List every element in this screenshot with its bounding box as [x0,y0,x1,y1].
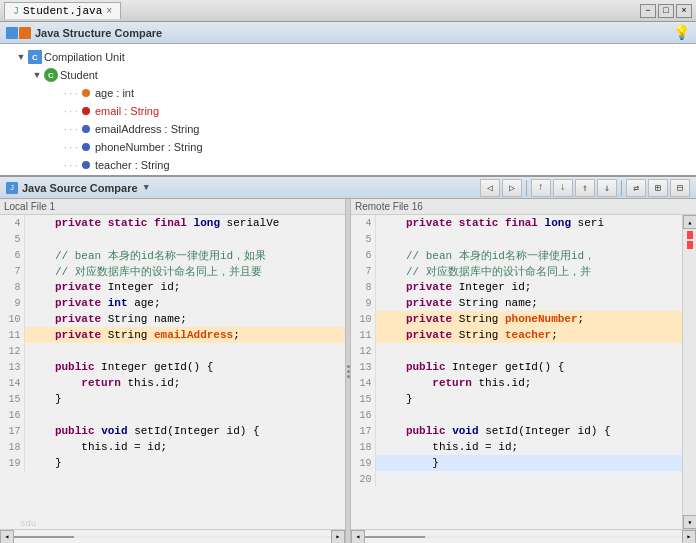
tree-item-compilation-unit[interactable]: ▼ C Compilation Unit [8,48,688,66]
table-row: 9 private String name; [351,295,682,311]
compilation-unit-label: Compilation Unit [44,51,125,63]
structure-tree[interactable]: ▼ C Compilation Unit ▼ C Student · · · a… [0,44,696,175]
table-row: 16 [0,407,345,423]
table-row: 6 // bean 本身的id名称一律使用id， [351,247,682,263]
line-content: private Integer id; [24,279,345,295]
table-row: 12 [351,343,682,359]
line-number: 11 [0,327,24,343]
table-row: 14 return this.id; [351,375,682,391]
hscroll-right-btn-r[interactable]: ▸ [682,530,696,544]
table-row: 9 private int age; [0,295,345,311]
expand-btn[interactable]: ⊞ [648,179,668,197]
copy-right-btn[interactable]: ▷ [502,179,522,197]
right-vscrollbar[interactable]: ▴ ▾ [682,215,696,529]
table-row: 17 public void setId(Integer id) { [0,423,345,439]
maximize-btn[interactable]: □ [658,4,674,18]
line-content: private String name; [24,311,345,327]
table-row: 4 private static final long seri [351,215,682,231]
line-number: 18 [351,439,375,455]
line-content: public Integer getId() { [375,359,682,375]
hscroll-track-r[interactable] [365,536,682,538]
collapse-btn[interactable]: ⊟ [670,179,690,197]
toolbar-sep-1 [526,180,527,196]
structure-panel: Java Structure Compare 💡 ▼ C Compilation… [0,22,696,177]
tree-item-teacher[interactable]: · · · teacher : String [8,156,688,174]
tree-item-student[interactable]: ▼ C Student [8,66,688,84]
email-label: email : String [95,105,159,117]
line-number: 5 [0,231,24,247]
copy-left-btn[interactable]: ◁ [480,179,500,197]
vscroll-track[interactable] [683,229,696,515]
splitter-dot [347,370,350,373]
close-btn[interactable]: × [676,4,692,18]
line-content: private String emailAddress; [24,327,345,343]
title-tab[interactable]: J Student.java × [4,2,121,19]
table-row: 7 // 对应数据库中的设计命名同上，并 [351,263,682,279]
table-row: 4 private static final long serialVe [0,215,345,231]
prev-diff-btn[interactable]: ↑ [531,179,551,197]
source-panel-title: Java Source Compare [22,182,138,194]
table-row: 15 } [351,391,682,407]
hscroll-thumb[interactable] [14,536,74,538]
compilation-unit-icon: C [28,50,42,64]
source-panel: J Java Source Compare ▼ ◁ ▷ ↑ ↓ ⇑ ⇓ ⇄ ⊞ … [0,177,696,543]
next-diff-btn[interactable]: ↓ [553,179,573,197]
right-code-pane-wrapper: 4 private static final long seri 5 [351,215,696,529]
table-row: 11 private String emailAddress; [0,327,345,343]
line-number: 15 [0,391,24,407]
tree-item-email[interactable]: · · · email : String [8,102,688,120]
line-content: // bean 本身的id名称一律使用id，如果 [24,247,345,263]
hscroll-left-btn[interactable]: ◂ [0,530,14,544]
structure-panel-header: Java Structure Compare 💡 [0,22,696,44]
line-number: 14 [351,375,375,391]
line-number: 8 [351,279,375,295]
hscroll-right-btn[interactable]: ▸ [331,530,345,544]
hscroll-left-btn-r[interactable]: ◂ [351,530,365,544]
last-diff-btn[interactable]: ⇓ [597,179,617,197]
age-label: age : int [95,87,134,99]
expander-compilation-unit[interactable]: ▼ [16,52,26,62]
lightbulb-icon: 💡 [673,24,690,41]
right-code-lines: 4 private static final long seri 5 [351,215,682,487]
source-panel-dropdown[interactable]: ▼ [144,183,149,193]
first-diff-btn[interactable]: ⇑ [575,179,595,197]
line-number: 19 [351,455,375,471]
line-number: 13 [0,359,24,375]
sync-btn[interactable]: ⇄ [626,179,646,197]
phonenumber-label: phoneNumber : String [95,141,203,153]
line-number: 10 [351,311,375,327]
tree-connector: · · · [64,124,78,135]
left-code-pane[interactable]: 4 private static final long serialVe 5 6 [0,215,345,529]
tree-item-emailaddress[interactable]: · · · emailAddress : String [8,120,688,138]
expander-student[interactable]: ▼ [32,70,42,80]
table-row: 18 this.id = id; [0,439,345,455]
tree-item-age[interactable]: · · · age : int [8,84,688,102]
line-number: 11 [351,327,375,343]
left-hscrollbar[interactable]: ◂ ▸ [0,529,345,543]
table-row: 7 // 对应数据库中的设计命名同上，并且要 [0,263,345,279]
hscroll-track[interactable] [14,536,331,538]
tree-connector: · · · [64,106,78,117]
table-row: 12 [0,343,345,359]
line-number: 18 [0,439,24,455]
vscroll-up-btn[interactable]: ▴ [683,215,696,229]
line-number: 6 [351,247,375,263]
hscroll-thumb-r[interactable] [365,536,425,538]
right-code-pane[interactable]: 4 private static final long seri 5 [351,215,682,529]
tab-close-btn[interactable]: × [106,6,112,17]
line-content [375,231,682,247]
code-compare-area: Local File 1 4 private static final long… [0,199,696,543]
line-number: 6 [0,247,24,263]
minimize-btn[interactable]: − [640,4,656,18]
line-content: private String phoneNumber; [375,311,682,327]
line-number: 16 [0,407,24,423]
tree-item-phonenumber[interactable]: · · · phoneNumber : String [8,138,688,156]
line-content: private static final long seri [375,215,682,231]
line-number: 5 [351,231,375,247]
line-number: 7 [0,263,24,279]
left-pane-container: Local File 1 4 private static final long… [0,199,345,543]
vscroll-down-btn[interactable]: ▾ [683,515,696,529]
watermark: sdu [20,519,36,529]
line-content: private static final long serialVe [24,215,345,231]
right-hscrollbar[interactable]: ◂ ▸ [351,529,696,543]
